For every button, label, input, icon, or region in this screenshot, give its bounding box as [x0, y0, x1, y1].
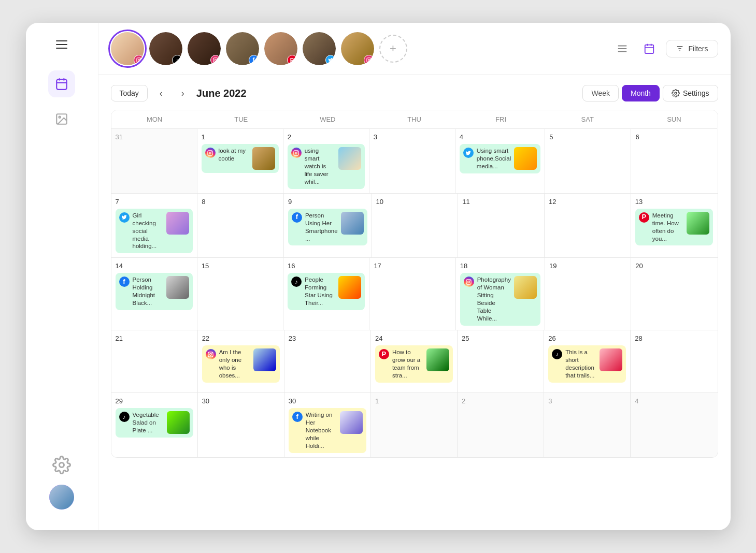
cal-cell-jun-26[interactable]: 26 ♪ This is a short description that tr… — [544, 330, 631, 392]
sidebar-item-media[interactable] — [48, 106, 75, 133]
filters-button[interactable]: Filters — [666, 40, 718, 57]
user-avatar[interactable] — [49, 485, 74, 510]
cal-cell-jun-13[interactable]: 13 P Meeting time. How often do you... — [631, 194, 718, 258]
cal-cell-jun-1[interactable]: 1 look at my cootie — [197, 129, 283, 193]
svg-point-29 — [295, 152, 297, 154]
cell-date: 17 — [374, 262, 451, 270]
cal-cell-jun-8[interactable]: 8 — [197, 194, 284, 258]
list-icon — [617, 43, 628, 54]
list-view-button[interactable] — [612, 38, 633, 59]
calendar-view-button[interactable] — [639, 38, 660, 59]
svg-point-36 — [211, 353, 212, 353]
settings-label: Settings — [683, 89, 709, 97]
cell-date: 23 — [289, 334, 366, 342]
calendar-event[interactable]: ♪ Vegetable Salad on Plate ... — [116, 408, 193, 438]
day-header-tue: TUE — [198, 110, 284, 129]
cal-cell-jun-22[interactable]: 22 Am I the only one who is obses... — [198, 330, 284, 392]
cal-cell-jun-7[interactable]: 7 Girl checking social media holding... — [111, 194, 198, 258]
calendar-event[interactable]: using smart watch is life saver whil... — [288, 144, 365, 189]
calendar-event[interactable]: Using smart phone,Social media... — [460, 144, 541, 173]
calendar-event[interactable]: f Person Holding Midnight Black... — [116, 273, 193, 310]
event-text: Person Holding Midnight Black... — [133, 276, 163, 307]
calendar-settings-button[interactable]: Settings — [663, 85, 718, 101]
profile-chip-1[interactable] — [111, 32, 144, 65]
cal-cell-jun-12[interactable]: 12 — [545, 194, 631, 258]
profile-chips: ♪ f P — [111, 32, 606, 65]
profile-chip-4[interactable]: f — [226, 32, 259, 65]
cell-date: 25 — [462, 334, 539, 342]
cal-cell-jun-4[interactable]: 4 Using smart phone,Social media... — [455, 129, 546, 193]
calendar-icon — [55, 77, 68, 91]
cal-cell-jun-2[interactable]: 2 using smart watch is life saver whil..… — [283, 129, 369, 193]
event-text: Girl checking social media holding... — [133, 212, 164, 251]
calendar-event[interactable]: f Writing on Her Notebook while Holdi... — [289, 408, 366, 453]
calendar-event[interactable]: Photography of Woman Sitting Beside Tabl… — [460, 273, 540, 326]
event-text: Am I the only one who is obses... — [219, 348, 250, 380]
cal-cell-jun-5[interactable]: 5 — [545, 129, 631, 193]
calendar-event[interactable]: ♪ People Forming Star Using Their... — [288, 273, 365, 310]
sidebar — [26, 23, 98, 530]
add-profile-button[interactable]: + — [379, 35, 407, 63]
cell-date: 12 — [549, 198, 626, 206]
cal-cell-jun-16[interactable]: 16 ♪ People Forming Star Using Their... — [283, 258, 369, 330]
month-view-button[interactable]: Month — [622, 85, 660, 101]
topbar: ♪ f P — [98, 23, 731, 75]
cal-cell-jun-24[interactable]: 24 P How to grow our a team from stra... — [371, 330, 458, 392]
cal-cell-jun-19[interactable]: 19 — [545, 258, 631, 330]
cal-cell-jul-1[interactable]: 1 — [371, 393, 458, 457]
cal-cell-jul-2[interactable]: 2 — [458, 393, 544, 457]
day-headers: MON TUE WED THU FRI SAT SUN — [111, 110, 718, 129]
cal-cell-jun-10[interactable]: 10 — [372, 194, 459, 258]
calendar-event[interactable]: Girl checking social media holding... — [116, 209, 193, 254]
calendar-event[interactable]: ♪ This is a short description that trail… — [548, 345, 626, 383]
profile-chip-5[interactable]: P — [264, 32, 297, 65]
calendar-event[interactable]: Am I the only one who is obses... — [202, 345, 280, 383]
profile-chip-6[interactable] — [303, 32, 336, 65]
prev-month-button[interactable]: ‹ — [153, 85, 169, 101]
cal-cell-jun-25[interactable]: 25 — [458, 330, 544, 392]
week-view-button[interactable]: Week — [582, 85, 619, 101]
svg-point-8 — [138, 59, 139, 61]
profile-chip-2[interactable]: ♪ — [149, 32, 182, 65]
settings-icon[interactable] — [52, 456, 71, 474]
sidebar-menu-icon[interactable] — [52, 35, 71, 54]
cal-cell-jul-4[interactable]: 4 — [631, 393, 717, 457]
cal-cell-31-may[interactable]: 31 — [111, 129, 197, 193]
cal-cell-jun-6[interactable]: 6 — [631, 129, 717, 193]
svg-point-35 — [210, 353, 212, 355]
event-social-icon — [463, 148, 474, 158]
cal-cell-jun-30a[interactable]: 30 — [198, 393, 284, 457]
cal-cell-jun-9[interactable]: 9 f Person Using Her Smartphone ... — [284, 194, 372, 258]
social-badge-pi-5: P — [287, 55, 297, 65]
cal-cell-jun-14[interactable]: 14 f Person Holding Midnight Black... — [111, 258, 197, 330]
calendar-event[interactable]: P How to grow our a team from stra... — [375, 345, 453, 383]
cal-cell-jun-23[interactable]: 23 — [284, 330, 371, 392]
profile-chip-3[interactable] — [188, 32, 221, 65]
calendar-icon-topbar — [644, 43, 655, 54]
event-social-icon: ♪ — [291, 276, 302, 287]
cal-cell-jun-18[interactable]: 18 Photography of Woman Sitting Beside T… — [456, 258, 545, 330]
event-social-icon — [291, 148, 302, 158]
cal-cell-jun-21[interactable]: 21 — [111, 330, 198, 392]
next-month-button[interactable]: › — [175, 85, 191, 101]
cell-date: 2 — [462, 397, 539, 405]
day-header-mon: MON — [111, 110, 198, 129]
day-header-wed: WED — [284, 110, 371, 129]
cal-cell-jun-29[interactable]: 29 ♪ Vegetable Salad on Plate ... — [111, 393, 198, 457]
profile-chip-7[interactable] — [341, 32, 374, 65]
cal-cell-jun-3[interactable]: 3 — [369, 129, 455, 193]
cal-cell-jun-28[interactable]: 28 — [631, 330, 717, 392]
sidebar-nav — [48, 70, 75, 456]
calendar-event[interactable]: f Person Using Her Smartphone ... — [288, 209, 367, 246]
cal-cell-jul-3[interactable]: 3 — [544, 393, 631, 457]
cal-cell-jun-11[interactable]: 11 — [458, 194, 545, 258]
cal-cell-jun-17[interactable]: 17 — [369, 258, 455, 330]
sidebar-item-calendar[interactable] — [48, 70, 75, 97]
today-button[interactable]: Today — [111, 85, 148, 101]
event-social-icon: P — [639, 212, 649, 223]
calendar-event[interactable]: look at my cootie — [202, 144, 279, 173]
cal-cell-jun-30b[interactable]: 30 f Writing on Her Notebook while Holdi… — [284, 393, 371, 457]
cal-cell-jun-15[interactable]: 15 — [197, 258, 283, 330]
calendar-event[interactable]: P Meeting time. How often do you... — [635, 209, 714, 246]
cal-cell-jun-20[interactable]: 20 — [631, 258, 717, 330]
